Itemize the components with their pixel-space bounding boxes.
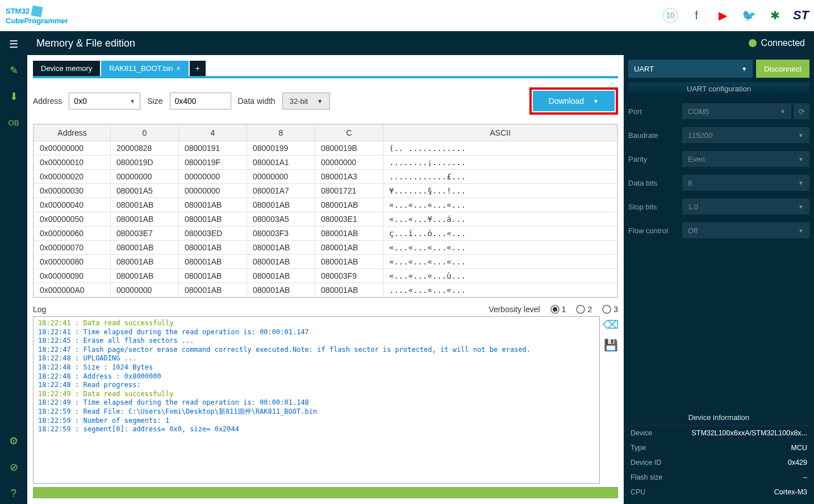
cell-addr[interactable]: 0x000000A0 — [34, 283, 111, 297]
option-bytes-icon[interactable]: OB — [3, 112, 24, 133]
cell-ascii[interactable]: ç...í...ó...«... — [383, 226, 617, 241]
cell-c8[interactable]: 080001AB — [247, 255, 315, 269]
table-row[interactable]: 0x00000050080001AB080001AB080003A5080003… — [34, 212, 617, 226]
cell-c8[interactable]: 080003F3 — [247, 226, 315, 241]
size-input[interactable] — [170, 93, 231, 110]
cell-cc[interactable]: 080003E1 — [315, 212, 383, 226]
disconnect-button[interactable]: Disconnect — [756, 60, 809, 78]
cell-addr[interactable]: 0x00000000 — [34, 141, 111, 156]
tab-add-button[interactable]: + — [190, 61, 206, 76]
cell-c0[interactable]: 00000000 — [111, 283, 179, 297]
log-output[interactable]: 18:22:41 : Data read successfully18:22:4… — [33, 316, 600, 484]
parity-select[interactable]: Even▼ — [682, 151, 809, 167]
cell-ascii[interactable]: ............£... — [383, 170, 617, 184]
cell-ascii[interactable]: «...«...¥...á... — [383, 212, 617, 226]
cell-addr[interactable]: 0x00000040 — [34, 198, 111, 212]
cell-cc[interactable]: 00000000 — [315, 156, 383, 170]
cell-c8[interactable]: 00000000 — [247, 170, 315, 184]
cell-addr[interactable]: 0x00000060 — [34, 226, 111, 241]
cell-c4[interactable]: 00000000 — [179, 184, 247, 198]
cell-c8[interactable]: 08000199 — [247, 141, 315, 156]
settings-icon[interactable]: ⚙ — [3, 430, 24, 452]
cell-cc[interactable]: 080001A3 — [315, 170, 383, 184]
cell-addr[interactable]: 0x00000090 — [34, 269, 111, 283]
table-row[interactable]: 0x00000070080001AB080001AB080001AB080001… — [34, 241, 617, 255]
table-row[interactable]: 0x00000060080003E7080003ED080003F3080001… — [34, 226, 617, 241]
chevron-down-icon[interactable]: ▼ — [317, 98, 323, 104]
cell-addr[interactable]: 0x00000010 — [34, 156, 111, 170]
help-icon[interactable]: ? — [3, 482, 24, 504]
cell-c0[interactable]: 080001A5 — [111, 184, 179, 198]
cell-c0[interactable]: 20000828 — [111, 141, 179, 156]
cell-c8[interactable]: 080001A1 — [247, 156, 315, 170]
cell-c0[interactable]: 080003E7 — [111, 226, 179, 241]
cell-c4[interactable]: 0800019F — [179, 156, 247, 170]
cell-ascii[interactable]: «...«...«...«... — [383, 241, 617, 255]
anniversary-icon[interactable]: 10 — [663, 8, 678, 23]
cell-c8[interactable]: 080001AB — [247, 198, 315, 212]
table-row[interactable]: 0x00000000200008280800019108000199080001… — [34, 141, 617, 156]
cell-ascii[interactable]: «...«...«...ù... — [383, 269, 617, 283]
cell-cc[interactable]: 0800019B — [315, 141, 383, 156]
cell-c0[interactable]: 080001AB — [111, 198, 179, 212]
menu-icon[interactable]: ☰ — [3, 33, 24, 55]
cell-c8[interactable]: 080001AB — [247, 283, 315, 297]
cell-c0[interactable]: 080001AB — [111, 241, 179, 255]
verbosity-1[interactable]: 1 — [550, 305, 566, 314]
cell-c8[interactable]: 080001AB — [247, 241, 315, 255]
close-icon[interactable]: × — [176, 64, 181, 73]
size-field[interactable] — [175, 93, 226, 109]
download-icon[interactable]: ⬇ — [3, 86, 24, 107]
cell-cc[interactable]: 080001AB — [315, 198, 383, 212]
cell-c0[interactable]: 0800019D — [111, 156, 179, 170]
table-row[interactable]: 0x00000090080001AB080001AB080001AB080003… — [34, 269, 617, 283]
cell-c0[interactable]: 00000000 — [111, 170, 179, 184]
cell-c4[interactable]: 080001AB — [179, 283, 247, 297]
cell-cc[interactable]: 080001AB — [315, 226, 383, 241]
erase-icon[interactable]: ⊘ — [3, 456, 24, 478]
cell-c8[interactable]: 080003A5 — [247, 212, 315, 226]
cell-ascii[interactable]: ¥.......§...!... — [383, 184, 617, 198]
st-logo[interactable]: ST — [794, 8, 808, 23]
refresh-icon[interactable]: ⟳ — [794, 103, 809, 119]
cell-cc[interactable]: 080001AB — [315, 241, 383, 255]
cell-cc[interactable]: 080003F9 — [315, 269, 383, 283]
cell-c0[interactable]: 080001AB — [111, 269, 179, 283]
cell-c8[interactable]: 080001AB — [247, 269, 315, 283]
cell-c4[interactable]: 080003ED — [179, 226, 247, 241]
download-button[interactable]: Download ▼ — [533, 91, 615, 111]
cell-c4[interactable]: 080001AB — [179, 212, 247, 226]
chevron-down-icon[interactable]: ▼ — [130, 98, 135, 104]
connection-type-select[interactable]: UART▼ — [628, 60, 753, 78]
cell-ascii[interactable]: «...«...«...«... — [383, 198, 617, 212]
cell-addr[interactable]: 0x00000070 — [34, 241, 111, 255]
cell-c0[interactable]: 080001AB — [111, 255, 179, 269]
cell-ascii[interactable]: ....«...«...«... — [383, 283, 617, 297]
cell-cc[interactable]: 08001721 — [315, 184, 383, 198]
databits-select[interactable]: 8▼ — [682, 175, 809, 191]
cell-addr[interactable]: 0x00000030 — [34, 184, 111, 198]
table-row[interactable]: 0x000000A000000000080001AB080001AB080001… — [34, 283, 617, 297]
cell-c4[interactable]: 00000000 — [179, 170, 247, 184]
table-row[interactable]: 0x00000080080001AB080001AB080001AB080001… — [34, 255, 617, 269]
cell-cc[interactable]: 080001AB — [315, 255, 383, 269]
datawidth-select[interactable]: 32-bit ▼ — [282, 93, 330, 110]
verbosity-3[interactable]: 3 — [602, 305, 618, 314]
cell-c4[interactable]: 080001AB — [179, 241, 247, 255]
cell-addr[interactable]: 0x00000020 — [34, 170, 111, 184]
cell-addr[interactable]: 0x00000080 — [34, 255, 111, 269]
cell-c4[interactable]: 080001AB — [179, 198, 247, 212]
table-row[interactable]: 0x00000030080001A500000000080001A7080017… — [34, 184, 617, 198]
youtube-icon[interactable]: ▶ — [715, 8, 730, 23]
twitter-icon[interactable]: 🐦 — [741, 8, 756, 23]
baudrate-select[interactable]: 115200▼ — [682, 127, 809, 143]
cell-addr[interactable]: 0x00000050 — [34, 212, 111, 226]
edit-icon[interactable]: ✎ — [3, 60, 24, 81]
table-row[interactable]: 0x00000020000000000000000000000000080001… — [34, 170, 617, 184]
memory-table[interactable]: Address 0 4 8 C ASCII 0x0000000020000828… — [33, 124, 618, 298]
share-icon[interactable]: ✱ — [767, 8, 782, 23]
cell-ascii[interactable]: (.. ............ — [383, 141, 617, 156]
facebook-icon[interactable]: f — [689, 8, 704, 23]
port-select[interactable]: COM5▼ — [682, 103, 791, 119]
table-row[interactable]: 0x000000100800019D0800019F080001A1000000… — [34, 156, 617, 170]
